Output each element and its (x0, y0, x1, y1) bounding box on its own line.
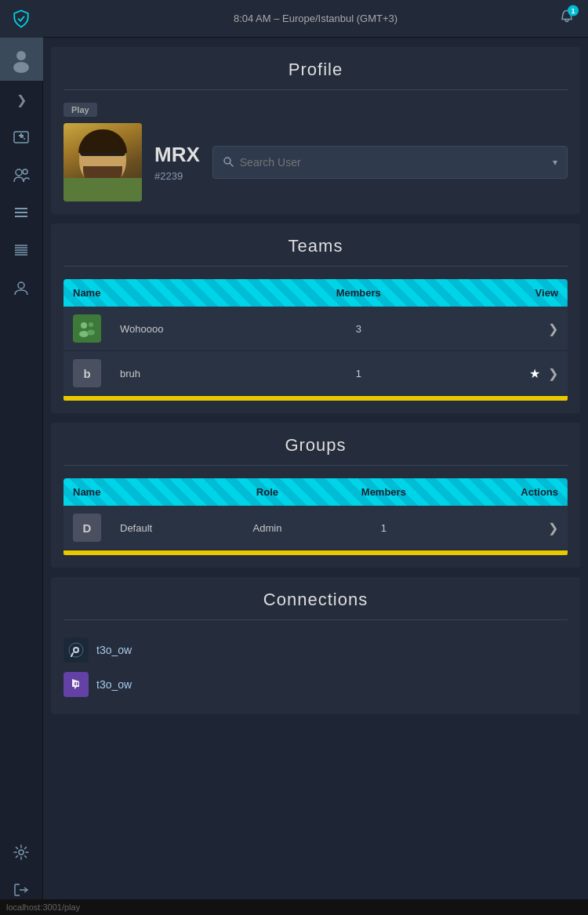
group-row-icon: D (73, 514, 101, 542)
teams-divider (64, 266, 568, 267)
twitch-username: t3o_ow (96, 678, 132, 691)
twitch-icon (64, 672, 89, 697)
team-row-icon-letter: b (83, 367, 90, 380)
team-row-icon: b (73, 359, 101, 387)
svg-point-4 (24, 138, 25, 140)
status-bar: localhost:3001/play (0, 899, 588, 915)
svg-point-6 (16, 169, 22, 176)
sidebar-item-menu[interactable] (0, 194, 43, 231)
profile-avatar (64, 123, 142, 202)
search-area: ▾ (212, 146, 568, 179)
svg-point-24 (89, 322, 93, 327)
table-row[interactable]: Wohoooo 3 ❯ (64, 307, 568, 351)
status-bar-url: localhost:3001/play (6, 902, 80, 912)
main-content: Profile Play (43, 38, 588, 915)
profile-header: MRX #2239 ▾ (64, 123, 568, 202)
steam-username: t3o_ow (96, 644, 132, 656)
sidebar-item-profile[interactable] (0, 269, 43, 307)
svg-point-16 (18, 282, 24, 289)
star-icon: ★ (529, 367, 540, 380)
svg-point-5 (22, 136, 24, 138)
group-row-role: Admin (217, 506, 317, 550)
groups-col-members: Members (318, 478, 451, 506)
sidebar-user-avatar[interactable] (0, 38, 43, 81)
groups-table: Name Role Members Actions D Default Admi… (64, 478, 568, 550)
team-row-icon (73, 314, 101, 343)
svg-point-28 (74, 648, 78, 652)
team-row-name: Wohoooo (111, 307, 274, 351)
steam-icon (64, 637, 89, 663)
sidebar-item-list[interactable] (0, 231, 43, 269)
svg-point-22 (81, 322, 87, 329)
svg-point-1 (16, 51, 26, 60)
svg-point-7 (23, 169, 27, 174)
groups-table-footer-bar (64, 550, 568, 555)
groups-col-name: Name (64, 478, 217, 506)
svg-point-2 (13, 62, 29, 73)
teams-col-view: View (442, 279, 568, 307)
sidebar-item-users[interactable] (0, 156, 43, 194)
connection-item-steam[interactable]: t3o_ow (64, 633, 568, 667)
team-row-action[interactable]: ★ ❯ (442, 351, 568, 396)
teams-table-header: Name Members View (64, 279, 568, 307)
sidebar-item-play[interactable] (0, 118, 43, 156)
group-row-icon-letter: D (83, 521, 92, 535)
team-row-icon-cell (64, 307, 111, 351)
svg-point-25 (87, 330, 95, 336)
group-row-icon-cell: D (64, 506, 111, 550)
search-user-input[interactable] (240, 156, 553, 169)
chevron-right-icon: ❯ (16, 93, 27, 107)
connections-title: Connections (64, 590, 568, 610)
team-row-action[interactable]: ❯ (442, 307, 568, 351)
search-box[interactable]: ▾ (212, 146, 568, 179)
profile-info: MRX #2239 (154, 143, 200, 182)
teams-title: Teams (64, 236, 568, 256)
notification-bell[interactable]: 1 (558, 8, 575, 29)
profile-title: Profile (64, 60, 568, 80)
play-badge: Play (64, 103, 97, 117)
groups-divider (64, 465, 568, 466)
profile-user-id: #2239 (154, 170, 200, 182)
connections-divider (64, 619, 568, 620)
profile-divider (64, 89, 568, 90)
sidebar-expand-button[interactable]: ❯ (0, 81, 43, 118)
topbar: 8:04 AM – Europe/Istanbul (GMT+3) 1 (43, 0, 588, 38)
profile-name: MRX (154, 143, 200, 167)
teams-section: Teams Name Members View (51, 223, 580, 413)
team-row-name: bruh (111, 351, 274, 396)
team-row-members: 1 (274, 351, 442, 396)
svg-line-20 (230, 163, 233, 166)
chevron-right-icon: ❯ (548, 521, 558, 535)
connection-item-twitch[interactable]: t3o_ow (64, 667, 568, 702)
teams-table-footer-bar (64, 396, 568, 401)
sidebar: ❯ (0, 0, 43, 915)
play-badge-row: Play (64, 103, 568, 117)
groups-col-actions: Actions (450, 478, 568, 506)
profile-section: Profile Play (51, 47, 580, 214)
groups-table-header: Name Role Members Actions (64, 478, 568, 506)
chevron-right-icon: ❯ (548, 322, 558, 336)
chevron-right-icon: ❯ (548, 367, 558, 380)
group-row-action[interactable]: ❯ (450, 506, 568, 550)
connections-section: Connections t3o_ow (51, 577, 580, 714)
sidebar-item-settings[interactable] (0, 833, 43, 871)
group-row-name: Default (111, 506, 217, 550)
teams-col-members: Members (274, 279, 442, 307)
groups-title: Groups (64, 435, 568, 456)
group-row-members: 1 (318, 506, 451, 550)
app-logo[interactable] (0, 0, 43, 38)
team-row-icon-cell: b (64, 351, 111, 396)
teams-col-name: Name (64, 279, 274, 307)
table-row[interactable]: b bruh 1 ★ ❯ (64, 351, 568, 396)
notification-badge: 1 (568, 5, 579, 16)
table-row[interactable]: D Default Admin 1 ❯ (64, 506, 568, 550)
groups-section: Groups Name Role Members Actions D (51, 423, 580, 568)
search-icon (223, 156, 234, 169)
svg-point-17 (19, 850, 24, 855)
teams-table: Name Members View (64, 279, 568, 396)
topbar-time: 8:04 AM – Europe/Istanbul (GMT+3) (234, 13, 397, 24)
search-dropdown-arrow[interactable]: ▾ (553, 157, 557, 168)
team-row-members: 3 (274, 307, 442, 351)
groups-col-role: Role (217, 478, 317, 506)
